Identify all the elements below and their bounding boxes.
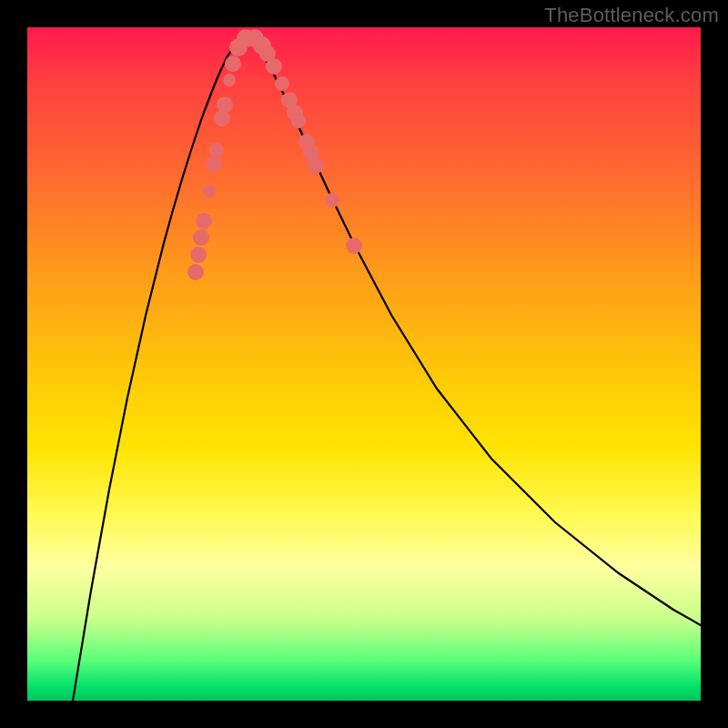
data-marker	[190, 247, 207, 263]
data-marker	[203, 185, 216, 197]
chart-frame: TheBottleneck.com	[0, 0, 728, 728]
marker-group	[187, 29, 362, 280]
bottleneck-curve	[73, 36, 701, 701]
data-marker	[187, 264, 204, 280]
data-marker	[325, 193, 339, 207]
data-marker	[209, 143, 224, 157]
data-marker	[223, 74, 236, 86]
data-marker	[206, 156, 222, 172]
data-marker	[217, 96, 233, 113]
data-marker	[308, 157, 324, 174]
data-marker	[346, 238, 362, 254]
data-marker	[291, 114, 306, 128]
data-marker	[193, 229, 209, 246]
data-marker	[225, 56, 241, 72]
data-marker	[275, 76, 289, 91]
data-marker	[266, 58, 282, 75]
data-marker	[214, 110, 230, 126]
watermark-text: TheBottleneck.com	[544, 4, 719, 27]
data-marker	[196, 213, 212, 229]
curve-svg	[27, 27, 701, 701]
plot-area	[27, 27, 701, 701]
